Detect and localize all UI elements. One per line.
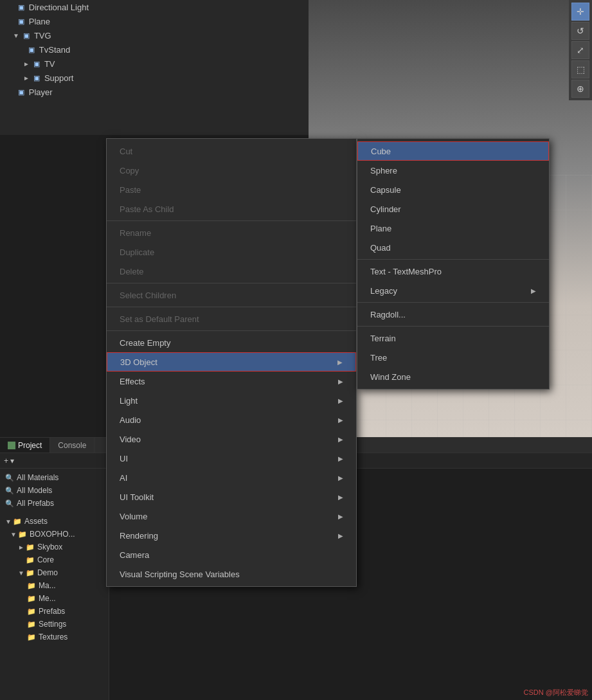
tab-label: Project	[18, 441, 42, 450]
menu-item-rename[interactable]: Rename	[107, 223, 356, 242]
menu-item-label: Paste As Child	[120, 204, 174, 214]
menu-item-volume[interactable]: Volume ▶	[107, 507, 356, 526]
tree-label: Assets	[24, 517, 48, 526]
menu-item-ui[interactable]: UI ▶	[107, 449, 356, 468]
search-all-prefabs[interactable]: 🔍 All Prefabs	[0, 497, 109, 510]
submenu-separator	[357, 259, 549, 260]
folder-icon: 📁	[27, 607, 36, 616]
hierarchy-item[interactable]: ▣ Directional Light	[0, 0, 309, 14]
submenu-arrow: ▶	[338, 417, 343, 424]
submenu-item-label: Cube	[371, 147, 391, 156]
menu-item-camera[interactable]: Camera	[107, 545, 356, 564]
submenu-arrow: ▶	[338, 397, 343, 404]
submenu-item-cylinder[interactable]: Cylinder	[357, 199, 549, 219]
tree-item-boxopho[interactable]: ▼ 📁 BOXOPHO...	[0, 528, 109, 541]
hierarchy-item[interactable]: ▣ TvStand	[0, 42, 309, 57]
menu-item-3d-object[interactable]: 3D Object ▶	[107, 352, 356, 372]
hierarchy-item[interactable]: ▣ Plane	[0, 14, 309, 28]
tree-label: Ma...	[39, 581, 56, 590]
submenu-item-label: Capsule	[370, 185, 401, 195]
menu-item-duplicate[interactable]: Duplicate	[107, 242, 356, 262]
search-all-materials[interactable]: 🔍 All Materials	[0, 471, 109, 484]
tree-label: Me...	[39, 594, 56, 603]
submenu-item-wind-zone[interactable]: Wind Zone	[357, 367, 549, 386]
search-all-models[interactable]: 🔍 All Models	[0, 484, 109, 497]
submenu-item-tree[interactable]: Tree	[357, 348, 549, 367]
submenu-arrow: ▶	[531, 287, 536, 294]
tree-item-assets[interactable]: ▼ 📁 Assets	[0, 515, 109, 528]
tree-item-textures[interactable]: 📁 Textures	[0, 631, 109, 643]
expand-arrow[interactable]: ▼	[13, 32, 19, 39]
menu-item-select-children[interactable]: Select Children	[107, 285, 356, 305]
menu-item-cut[interactable]: Cut	[107, 141, 356, 161]
submenu-item-ragdoll[interactable]: Ragdoll...	[357, 305, 549, 324]
toolbar-rect-button[interactable]: ⬚	[571, 60, 589, 78]
tree-item-skybox[interactable]: ► 📁 Skybox	[0, 541, 109, 553]
toolbar-move-button[interactable]: ✛	[571, 3, 589, 21]
menu-item-rendering[interactable]: Rendering ▶	[107, 526, 356, 545]
arrow-placeholder	[13, 89, 15, 96]
tree-item-me[interactable]: 📁 Me...	[0, 592, 109, 605]
submenu-separator	[357, 302, 549, 303]
menu-item-video[interactable]: Video ▶	[107, 429, 356, 449]
expand-arrow[interactable]: ►	[23, 60, 30, 67]
hierarchy-item[interactable]: ▼ ▣ TVG	[0, 28, 309, 42]
menu-item-label: Audio	[120, 415, 141, 425]
menu-item-paste[interactable]: Paste	[107, 180, 356, 199]
menu-item-effects[interactable]: Effects ▶	[107, 372, 356, 391]
menu-item-set-default-parent[interactable]: Set as Default Parent	[107, 309, 356, 328]
submenu-item-sphere[interactable]: Sphere	[357, 161, 549, 180]
submenu-arrow: ▶	[338, 474, 343, 481]
add-button[interactable]: + ▾	[4, 456, 14, 465]
add-label: + ▾	[4, 456, 14, 465]
submenu-item-cube[interactable]: Cube	[357, 141, 549, 161]
menu-item-ai[interactable]: AI ▶	[107, 468, 356, 487]
menu-item-visual-scripting[interactable]: Visual Scripting Scene Variables	[107, 564, 356, 584]
menu-item-ui-toolkit[interactable]: UI Toolkit ▶	[107, 487, 356, 507]
submenu-item-textmeshpro[interactable]: Text - TextMeshPro	[357, 262, 549, 281]
tree-item-demo[interactable]: ▼ 📁 Demo	[0, 566, 109, 579]
menu-separator	[107, 283, 356, 283]
hierarchy-item-label: TVG	[34, 31, 51, 40]
hierarchy-item[interactable]: ► ▣ Support	[0, 71, 309, 85]
menu-item-paste-as-child[interactable]: Paste As Child	[107, 199, 356, 219]
submenu-item-plane[interactable]: Plane	[357, 219, 549, 238]
menu-item-label: 3D Object	[120, 357, 157, 367]
menu-item-copy[interactable]: Copy	[107, 161, 356, 180]
folder-icon: 📁	[27, 633, 36, 642]
expand-arrow[interactable]: ►	[23, 75, 30, 82]
toolbar-rotate-button[interactable]: ↺	[571, 22, 589, 40]
object-icon: ▣	[16, 2, 26, 12]
toolbar-scale-button[interactable]: ⤢	[571, 41, 589, 59]
menu-item-delete[interactable]: Delete	[107, 262, 356, 281]
tree-item-settings[interactable]: 📁 Settings	[0, 618, 109, 631]
tree-label: Settings	[39, 620, 66, 629]
hierarchy-item[interactable]: ▣ Player	[0, 85, 309, 99]
menu-item-label: Cut	[120, 147, 132, 156]
tree-label: Textures	[39, 633, 67, 642]
toolbar-transform-button[interactable]: ⊕	[571, 80, 589, 98]
menu-item-label: Camera	[120, 550, 149, 560]
menu-item-light[interactable]: Light ▶	[107, 391, 356, 410]
tree-arrow: ►	[18, 544, 24, 551]
submenu-item-quad[interactable]: Quad	[357, 238, 549, 257]
search-icon: 🔍	[5, 474, 14, 482]
tree-item-core[interactable]: ► 📁 Core	[0, 553, 109, 566]
hierarchy-item[interactable]: ► ▣ TV	[0, 57, 309, 71]
tree-label: Skybox	[37, 543, 62, 552]
submenu-arrow: ▶	[338, 436, 343, 443]
search-filters: 🔍 All Materials 🔍 All Models 🔍 All Prefa…	[0, 469, 109, 700]
submenu-item-capsule[interactable]: Capsule	[357, 180, 549, 199]
tree-item-ma[interactable]: 📁 Ma...	[0, 579, 109, 592]
menu-item-label: UI Toolkit	[120, 492, 154, 502]
submenu-item-terrain[interactable]: Terrain	[357, 328, 549, 348]
menu-item-label: Select Children	[120, 291, 176, 300]
menu-item-create-empty[interactable]: Create Empty	[107, 333, 356, 352]
submenu-item-legacy[interactable]: Legacy ▶	[357, 281, 549, 300]
menu-item-audio[interactable]: Audio ▶	[107, 410, 356, 429]
menu-separator	[107, 307, 356, 307]
tab-console[interactable]: Console	[50, 438, 94, 453]
folder-icon: 📁	[13, 517, 22, 526]
tab-project[interactable]: Project	[0, 438, 50, 453]
tree-item-prefabs[interactable]: 📁 Prefabs	[0, 605, 109, 618]
